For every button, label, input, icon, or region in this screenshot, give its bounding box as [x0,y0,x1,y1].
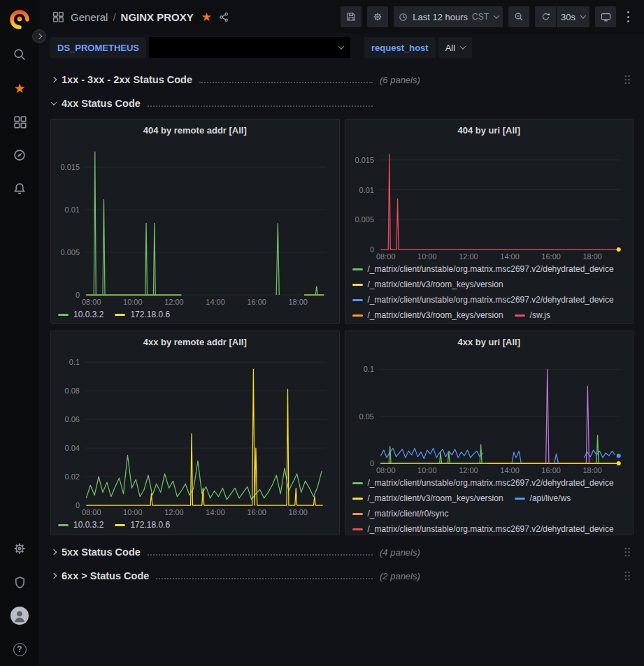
legend-item[interactable]: /_matrix/client/r0/sync [352,509,449,519]
row-header-1xx-3xx-2xx[interactable]: 1xx - 3xx - 2xx Status Code (6 panels) [50,70,634,89]
sidebar-item-search[interactable] [0,38,39,71]
svg-text:14:00: 14:00 [206,508,225,516]
svg-text:0.015: 0.015 [355,156,374,164]
svg-text:12:00: 12:00 [164,508,184,516]
help-icon: ? [13,643,27,656]
row-dotted-line [199,77,373,83]
legend-item[interactable]: /_matrix/client/unstable/org.matrix.msc2… [352,264,614,274]
sidebar-item-dashboards[interactable] [0,105,39,138]
time-range-picker[interactable]: Last 12 hours CST [394,6,503,27]
tv-mode-button[interactable] [595,6,616,27]
sidebar-item-explore[interactable] [0,138,39,172]
row-title-wrap: 6xx > Status Code [62,570,380,581]
legend-series-color [352,284,363,286]
legend-item[interactable]: /_matrix/client/v3/room_keys/version [352,493,503,503]
legend-series-color [115,314,125,316]
panel-title[interactable]: 404 by remote addr [All] [57,124,334,138]
drag-handle-icon[interactable] [624,546,631,558]
row-header-4xx[interactable]: 4xx Status Code [50,94,634,113]
legend-item[interactable]: /sw.js [515,310,550,320]
variable-label-datasource[interactable]: DS_PROMETHEUS [50,37,146,58]
svg-text:16:00: 16:00 [247,508,266,516]
apps-icon [52,10,64,23]
drag-handle-icon[interactable] [624,74,631,85]
sidebar-expand-button[interactable] [32,29,46,43]
refresh-button[interactable] [535,6,556,27]
sidebar-item-starred[interactable]: ★ [0,71,39,105]
legend-item[interactable]: 10.0.3.2 [58,520,103,530]
chevron-right-icon [36,34,42,39]
legend-series-label: /_matrix/client/unstable/org.matrix.msc2… [368,295,614,305]
sidebar-item-alerting[interactable] [0,172,39,205]
legend-item[interactable]: /api/live/ws [515,493,571,503]
legend-item[interactable]: /_matrix/client/v3/room_keys/version [352,310,503,320]
favorite-star-icon[interactable]: ★ [201,11,212,23]
panel-title[interactable]: 4xx by remote addr [All] [57,335,334,349]
chevron-down-icon [51,99,57,105]
save-dashboard-button[interactable] [341,6,362,27]
legend-series-color [58,314,69,316]
legend-series-color [58,524,69,526]
svg-text:0.005: 0.005 [355,215,374,224]
svg-text:10:00: 10:00 [417,466,437,475]
timeseries-chart: 00.0050.010.01508:0010:0012:0014:0016:00… [57,139,334,307]
panel-4xx-by-uri[interactable]: 4xx by uri [All] 00.050.108:0010:0012:00… [345,331,634,535]
svg-text:0.1: 0.1 [69,358,80,366]
svg-text:10:00: 10:00 [123,298,143,306]
row-header-5xx[interactable]: 5xx Status Code (4 panels) [50,542,634,562]
row-title-wrap: 1xx - 3xx - 2xx Status Code [62,74,380,85]
legend-item[interactable]: /_matrix/client/unstable/org.matrix.msc2… [352,524,614,534]
sidebar-item-profile[interactable] [0,599,39,632]
panel-404-by-uri[interactable]: 404 by uri [All] 00.0050.010.01508:0010:… [345,119,634,324]
svg-text:0.01: 0.01 [359,186,373,194]
variable-value-request-host[interactable]: All [438,37,472,58]
sidebar: ★ ? [0,0,39,666]
row-header-6xx[interactable]: 6xx > Status Code (2 panels) [50,566,634,586]
request-host-value: All [445,43,455,53]
refresh-interval-picker[interactable]: 30s [557,6,589,27]
svg-text:0.08: 0.08 [65,386,80,395]
svg-text:12:00: 12:00 [164,298,184,306]
sidebar-item-configuration[interactable] [0,532,39,565]
sidebar-item-server-admin[interactable] [0,565,39,599]
legend-series-color [515,314,525,317]
legend-series-color [352,268,363,270]
panel-title[interactable]: 4xx by uri [All] [351,335,628,349]
panel-row-2: 4xx by remote addr [All] 00.020.040.060.… [50,331,634,535]
panel-404-by-remote-addr[interactable]: 404 by remote addr [All] 00.0050.010.015… [50,119,340,324]
clock-icon [398,12,408,22]
dashboard-canvas: 1xx - 3xx - 2xx Status Code (6 panels) 4… [39,61,644,666]
row-title: 1xx - 3xx - 2xx Status Code [62,74,192,85]
share-icon[interactable] [218,11,230,23]
sidebar-item-help[interactable]: ? [0,632,39,666]
variable-value-datasource[interactable] [149,37,350,58]
row-title-wrap: 5xx Status Code [62,546,380,558]
legend-series-label: /api/live/ws [530,493,571,503]
legend-item[interactable]: /_matrix/client/unstable/org.matrix.msc2… [352,478,614,488]
svg-text:0: 0 [369,459,373,468]
timezone-label: CST [472,12,489,22]
zoom-out-button[interactable] [508,6,529,27]
dashboard-settings-button[interactable] [367,6,388,27]
drag-handle-icon[interactable] [624,570,631,581]
legend-series-color [352,498,363,500]
chevron-down-icon [494,13,499,18]
svg-text:18:00: 18:00 [288,508,308,516]
legend-series-label: /_matrix/client/unstable/org.matrix.msc2… [368,524,614,534]
panel-4xx-by-remote-addr[interactable]: 4xx by remote addr [All] 00.020.040.060.… [50,331,340,535]
legend-item[interactable]: 172.18.0.6 [115,310,170,319]
panel-title[interactable]: 404 by uri [All] [351,124,628,138]
legend-item[interactable]: /_matrix/client/unstable/org.matrix.msc2… [352,295,614,305]
legend-item[interactable]: 10.0.3.2 [58,310,103,319]
legend-item[interactable]: /_matrix/client/v3/room_keys/version [352,280,503,289]
variable-label-request-host[interactable]: request_host [364,37,436,58]
kebab-menu-icon[interactable] [622,6,634,27]
legend-item[interactable]: 172.18.0.6 [115,520,170,530]
svg-text:14:00: 14:00 [206,298,225,306]
svg-text:14:00: 14:00 [500,466,520,475]
row-panel-count: (4 panels) [380,547,420,558]
svg-text:0: 0 [76,291,80,299]
breadcrumb-folder[interactable]: General [71,11,108,23]
svg-text:10:00: 10:00 [123,508,143,516]
svg-text:18:00: 18:00 [582,252,602,261]
